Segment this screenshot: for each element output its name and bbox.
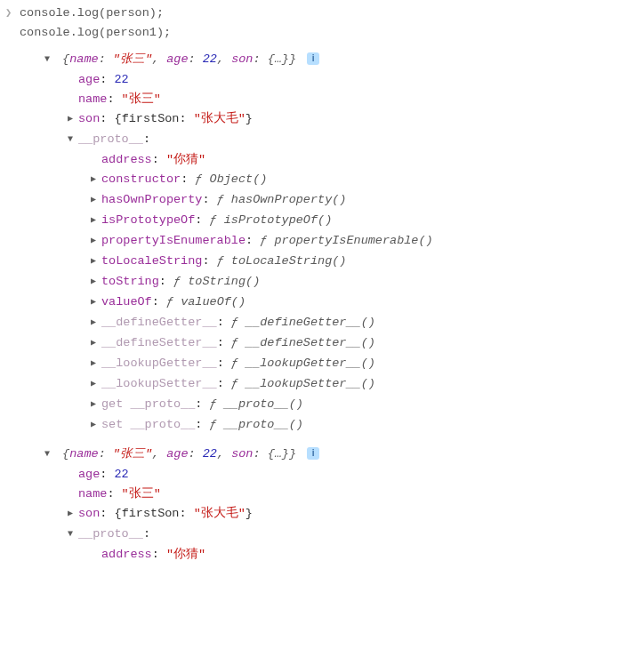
property-row[interactable]: ▶set __proto__: ƒ __proto__() [27, 415, 644, 436]
expand-toggle-icon[interactable]: ▶ [68, 504, 78, 524]
property-row[interactable]: ▶son: {firstSon: "张大毛"} [27, 504, 644, 525]
expand-toggle-icon[interactable]: ▶ [91, 415, 101, 435]
property-row: age: 22 [27, 465, 644, 485]
expand-toggle-icon[interactable]: ▶ [91, 190, 101, 210]
expand-toggle-icon[interactable]: ▶ [91, 272, 101, 292]
info-icon[interactable]: i [307, 52, 319, 65]
property-row: address: "你猜" [27, 150, 644, 170]
object-summary[interactable]: ▼ {name: "张三", age: 22, son: {…}} i [27, 445, 644, 465]
expand-toggle-icon[interactable]: ▶ [91, 231, 101, 251]
expand-toggle-icon[interactable]: ▶ [91, 333, 101, 353]
property-row[interactable]: ▶__defineSetter__: ƒ __defineSetter__() [27, 333, 644, 354]
info-icon[interactable]: i [307, 447, 319, 460]
property-row[interactable]: ▶toString: ƒ toString() [27, 272, 644, 292]
expand-toggle-icon[interactable]: ▼ [68, 525, 78, 544]
expand-toggle-icon[interactable]: ▶ [91, 252, 101, 271]
expand-toggle-icon[interactable]: ▶ [91, 313, 101, 333]
expand-toggle-icon[interactable]: ▶ [91, 354, 101, 373]
expand-toggle-icon[interactable]: ▼ [44, 445, 55, 464]
input-caret-icon: ❯ [5, 4, 12, 23]
property-row[interactable]: ▶toLocaleString: ƒ toLocaleString() [27, 252, 644, 272]
property-row[interactable]: ▶son: {firstSon: "张大毛"} [27, 109, 644, 130]
expand-toggle-icon[interactable]: ▼ [68, 130, 78, 149]
proto-entries: ▶constructor: ƒ Object()▶hasOwnProperty:… [27, 170, 644, 436]
property-row[interactable]: ▼__proto__: [27, 130, 644, 150]
property-row[interactable]: ▶isPrototypeOf: ƒ isPrototypeOf() [27, 211, 644, 231]
console-output: ▼ {name: "张三", age: 22, son: {…}} i age:… [0, 43, 644, 565]
input-line-1: console.log(person); [20, 6, 164, 20]
property-row: name: "张三" [27, 90, 644, 109]
expand-toggle-icon[interactable]: ▶ [91, 395, 101, 414]
property-row[interactable]: ▶__lookupGetter__: ƒ __lookupGetter__() [27, 354, 644, 374]
property-row: age: 22 [27, 70, 644, 90]
expand-toggle-icon[interactable]: ▶ [91, 374, 101, 394]
property-row[interactable]: ▶hasOwnProperty: ƒ hasOwnProperty() [27, 190, 644, 211]
object-preview: {name: "张三", age: 22, son: {…}} [62, 52, 296, 66]
property-row: address: "你猜" [27, 545, 644, 565]
object-preview: {name: "张三", age: 22, son: {…}} [62, 447, 296, 461]
property-row: name: "张三" [27, 485, 644, 504]
property-row[interactable]: ▶propertyIsEnumerable: ƒ propertyIsEnume… [27, 231, 644, 252]
console-input: ❯ console.log(person); [0, 4, 644, 23]
input-line-2: console.log(person1); [20, 26, 171, 39]
property-row[interactable]: ▶constructor: ƒ Object() [27, 170, 644, 190]
expand-toggle-icon[interactable]: ▶ [91, 292, 101, 312]
expand-toggle-icon[interactable]: ▼ [44, 50, 55, 69]
property-row[interactable]: ▶get __proto__: ƒ __proto__() [27, 395, 644, 415]
property-row[interactable]: ▶__lookupSetter__: ƒ __lookupSetter__() [27, 374, 644, 395]
expand-toggle-icon[interactable]: ▶ [68, 109, 78, 129]
expand-toggle-icon[interactable]: ▶ [91, 170, 101, 189]
object-summary[interactable]: ▼ {name: "张三", age: 22, son: {…}} i [27, 50, 644, 70]
console-input: console.log(person1); [0, 23, 644, 43]
expand-toggle-icon[interactable]: ▶ [91, 211, 101, 230]
property-row[interactable]: ▼__proto__: [27, 525, 644, 545]
property-row[interactable]: ▶valueOf: ƒ valueOf() [27, 292, 644, 313]
property-row[interactable]: ▶__defineGetter__: ƒ __defineGetter__() [27, 313, 644, 333]
